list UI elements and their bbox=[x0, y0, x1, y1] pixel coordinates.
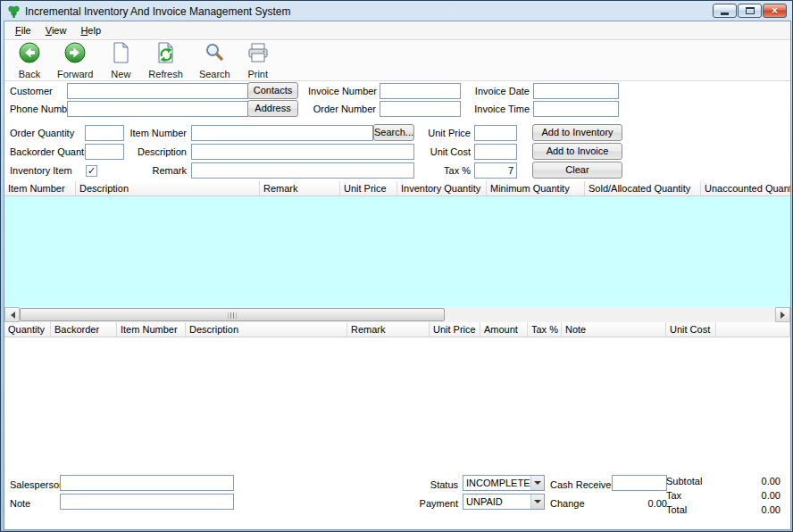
menu-bar: File View Help bbox=[4, 21, 790, 40]
minimize-icon bbox=[721, 12, 729, 15]
add-to-inventory-button[interactable]: Add to Inventory bbox=[532, 124, 622, 141]
search-toolbar-button[interactable]: Search bbox=[193, 40, 237, 80]
print-button[interactable]: Print bbox=[240, 40, 276, 80]
inventory-col-sold-allocated-quantity[interactable]: Sold/Allocated Quantity bbox=[585, 181, 701, 196]
invoice-date-label: Invoice Date bbox=[458, 84, 530, 99]
invoice-col-filler bbox=[716, 322, 790, 337]
new-document-icon bbox=[109, 41, 132, 68]
unit-cost-input[interactable] bbox=[474, 144, 517, 160]
refresh-button-label: Refresh bbox=[148, 69, 183, 79]
unit-price-input[interactable] bbox=[474, 125, 517, 141]
tax-total-value: 0.00 bbox=[701, 489, 780, 503]
total-value: 0.00 bbox=[701, 503, 780, 517]
inventory-item-checkbox[interactable]: ✓ bbox=[86, 165, 97, 177]
inventory-col-inventory-quantity[interactable]: Inventory Quantity bbox=[397, 181, 487, 196]
inventory-col-item-number[interactable]: Item Number bbox=[4, 181, 76, 196]
item-number-label: Item Number bbox=[119, 126, 187, 141]
invoice-date-input[interactable] bbox=[533, 83, 619, 99]
invoice-time-input[interactable] bbox=[533, 101, 619, 117]
invoice-col-unit-cost[interactable]: Unit Cost bbox=[666, 322, 716, 337]
status-value: INCOMPLETE bbox=[466, 478, 530, 488]
back-button-label: Back bbox=[19, 69, 40, 79]
tax-percent-label: Tax % bbox=[405, 163, 471, 179]
window-title: Incremental Inventory And Invoice Manage… bbox=[25, 5, 291, 18]
invoice-col-amount[interactable]: Amount bbox=[480, 322, 528, 337]
note-input[interactable] bbox=[60, 494, 234, 510]
chevron-down-icon bbox=[534, 481, 541, 488]
app-window: Incremental Inventory And Invoice Manage… bbox=[0, 0, 793, 532]
inventory-col-unit-price[interactable]: Unit Price bbox=[340, 181, 397, 196]
search-icon bbox=[203, 41, 226, 68]
scroll-right-button[interactable] bbox=[775, 307, 790, 322]
horizontal-scrollbar[interactable] bbox=[4, 307, 790, 322]
scroll-left-button[interactable] bbox=[4, 307, 20, 322]
forward-icon bbox=[63, 41, 87, 68]
inventory-col-unaccounted-quantity[interactable]: Unaccounted Quantity bbox=[701, 181, 790, 196]
invoice-list-body[interactable] bbox=[4, 337, 790, 471]
scrollbar-thumb[interactable] bbox=[20, 308, 445, 321]
printer-icon bbox=[246, 41, 270, 68]
unit-price-label: Unit Price bbox=[405, 126, 471, 141]
item-number-input[interactable] bbox=[191, 125, 373, 141]
clear-button[interactable]: Clear bbox=[532, 162, 622, 179]
order-number-label: Order Number bbox=[308, 102, 376, 117]
remark-input[interactable] bbox=[191, 162, 414, 179]
tax-total-label: Tax bbox=[666, 488, 681, 503]
salesperson-input[interactable] bbox=[60, 475, 234, 491]
app-clover-icon bbox=[7, 4, 21, 18]
unit-cost-label: Unit Cost bbox=[405, 145, 471, 160]
invoice-number-input[interactable] bbox=[380, 83, 461, 99]
status-dropdown-button[interactable] bbox=[530, 476, 544, 490]
payment-dropdown-button[interactable] bbox=[530, 495, 544, 509]
title-bar[interactable]: Incremental Inventory And Invoice Manage… bbox=[1, 1, 792, 21]
tax-percent-input[interactable] bbox=[474, 162, 517, 179]
maximize-icon bbox=[746, 7, 755, 14]
phone-number-input[interactable] bbox=[67, 101, 248, 117]
close-icon: × bbox=[772, 4, 778, 17]
invoice-col-tax[interactable]: Tax % bbox=[528, 322, 562, 337]
total-label: Total bbox=[666, 503, 687, 518]
order-number-input[interactable] bbox=[380, 101, 461, 117]
inventory-col-remark[interactable]: Remark bbox=[260, 181, 340, 196]
search-button-label: Search bbox=[199, 69, 230, 79]
inventory-col-minimum-quantity[interactable]: Minimum Quantity bbox=[487, 181, 585, 196]
inventory-list-body[interactable] bbox=[4, 196, 790, 307]
contacts-button[interactable]: Contacts bbox=[247, 82, 298, 99]
address-button[interactable]: Address bbox=[247, 100, 298, 117]
forward-button[interactable]: Forward bbox=[51, 40, 99, 80]
menu-item-help[interactable]: Help bbox=[73, 22, 108, 39]
invoice-col-remark[interactable]: Remark bbox=[347, 322, 430, 337]
invoice-number-label: Invoice Number bbox=[308, 84, 376, 99]
client-area: File View Help Bac bbox=[4, 21, 790, 529]
new-button-label: New bbox=[111, 69, 130, 79]
invoice-col-description[interactable]: Description bbox=[186, 322, 347, 337]
description-input[interactable] bbox=[191, 144, 414, 160]
cash-received-input[interactable] bbox=[612, 475, 667, 491]
status-dropdown[interactable]: INCOMPLETE bbox=[463, 475, 545, 491]
back-button[interactable]: Back bbox=[12, 40, 47, 80]
inventory-col-description[interactable]: Description bbox=[76, 181, 260, 196]
refresh-button[interactable]: Refresh bbox=[142, 40, 189, 80]
menu-item-view[interactable]: View bbox=[38, 22, 74, 39]
add-to-invoice-button[interactable]: Add to Invoice bbox=[532, 143, 622, 160]
subtotal-value: 0.00 bbox=[701, 475, 780, 488]
scroll-right-arrow-icon bbox=[780, 312, 789, 319]
payment-dropdown[interactable]: UNPAID bbox=[463, 494, 545, 510]
chevron-down-icon bbox=[534, 500, 541, 507]
menu-item-file[interactable]: File bbox=[8, 22, 38, 39]
scrollbar-grip-icon bbox=[229, 312, 237, 319]
salesperson-label: Salesperson bbox=[10, 478, 64, 493]
payment-value: UNPAID bbox=[466, 496, 503, 507]
minimize-button[interactable] bbox=[713, 4, 737, 18]
new-button[interactable]: New bbox=[103, 40, 138, 80]
note-label: Note bbox=[10, 496, 30, 511]
close-button[interactable]: × bbox=[763, 4, 787, 18]
invoice-col-quantity[interactable]: Quantity bbox=[4, 322, 51, 337]
invoice-col-note[interactable]: Note bbox=[562, 322, 666, 337]
invoice-col-item-number[interactable]: Item Number bbox=[117, 322, 186, 337]
customer-input[interactable] bbox=[67, 83, 248, 99]
inventory-table-header: Item Number Description Remark Unit Pric… bbox=[4, 181, 790, 196]
maximize-button[interactable] bbox=[738, 4, 762, 18]
invoice-col-unit-price[interactable]: Unit Price bbox=[430, 322, 480, 337]
invoice-col-backorder[interactable]: Backorder bbox=[51, 322, 117, 337]
